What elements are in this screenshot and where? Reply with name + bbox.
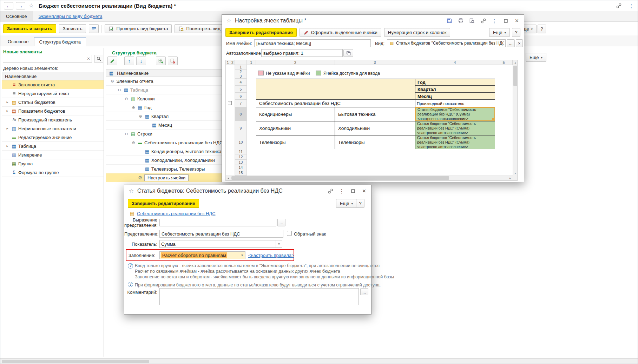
dialog-help-button[interactable]: ? [356, 199, 364, 208]
period-cell[interactable]: Месяц [415, 93, 495, 100]
save-close-button[interactable]: Записать и закрыть [3, 24, 56, 33]
dimension-cell[interactable]: Холодильники [335, 121, 415, 135]
corner-level-box[interactable]: 2 [230, 60, 235, 65]
clear-icon[interactable]: × [85, 56, 92, 61]
check-budget-button[interactable]: Проверить вид бюджета [105, 24, 172, 33]
close-icon[interactable]: × [514, 18, 520, 24]
kind-input[interactable]: ▤ Статья бюджетов "Себестоимость реализа… [387, 39, 506, 47]
search-button[interactable] [94, 55, 103, 62]
dimension-cell[interactable]: Телевизоры [335, 135, 415, 149]
maximize-icon[interactable] [350, 188, 356, 194]
tree-item[interactable]: fxПроизводный показатель [2, 115, 104, 124]
delete-row-button[interactable] [168, 57, 178, 65]
nav-tab-main[interactable]: Основное [0, 11, 33, 22]
tree-item[interactable]: ▸▦Таблица [2, 142, 104, 151]
autofill-rules-button[interactable] [343, 49, 353, 57]
tab-structure[interactable]: Структура бюджета [34, 37, 86, 46]
row-header[interactable]: 3 [235, 74, 247, 79]
format-cells-button[interactable]: Оформить выделенные ячейки [300, 28, 381, 37]
menu-dots-icon[interactable]: ⋮ [492, 18, 497, 24]
star-icon[interactable]: ☆ [226, 18, 232, 24]
corner-level-box[interactable]: 1 [226, 60, 230, 65]
row-header[interactable]: 12 [235, 154, 247, 160]
indicator-cell[interactable]: Производный показатель [415, 100, 495, 107]
column-header[interactable]: 1 [247, 60, 256, 65]
kind-clear-button[interactable]: × [516, 39, 523, 47]
toolbar-help-button[interactable]: ? [538, 25, 546, 33]
name-cell[interactable]: Телевизоры [256, 135, 335, 149]
finish-editing-button[interactable]: Завершить редактирование [225, 28, 297, 37]
tree-item[interactable]: ▸▤Статьи бюджетов [2, 98, 104, 107]
scroll-left-icon[interactable]: ◂ [226, 176, 231, 180]
row-header[interactable]: 6 [235, 93, 247, 100]
configure-cells-box[interactable]: Настроить ячейки [144, 174, 189, 181]
scroll-up-icon[interactable]: ▴ [513, 60, 518, 65]
article-row-cell[interactable]: Себестоимость реализации без НДС [256, 100, 415, 107]
row-header[interactable]: 5 [235, 86, 247, 93]
dropdown-icon[interactable]: ▾ [239, 252, 245, 259]
print-icon[interactable] [458, 18, 463, 24]
row-header[interactable]: 14 [235, 165, 247, 170]
save-button[interactable]: Записать [59, 24, 86, 33]
expression-choose-button[interactable]: ... [277, 219, 285, 226]
article-link[interactable]: Себестоимость реализации без НДС [137, 211, 216, 216]
expression-input[interactable] [159, 219, 276, 226]
autofill-cell[interactable]: Статья бюджетов "Себестоимостьреализации… [415, 121, 495, 135]
tree-item[interactable]: ≡Заголовок отчета [2, 80, 104, 89]
preview-icon[interactable] [469, 18, 475, 24]
column-header[interactable]: 5 [495, 60, 513, 65]
structure-more-button[interactable]: Еще▾ [526, 53, 546, 62]
autofill-input[interactable]: выбрано правил: 1 [261, 49, 343, 57]
row-header[interactable]: 11 [235, 149, 247, 154]
period-cell[interactable]: Квартал [415, 86, 495, 93]
row-header[interactable]: 4 [235, 79, 247, 86]
period-cell[interactable]: Год [415, 79, 495, 86]
numbering-button[interactable]: Нумерация строк и колонок [384, 28, 450, 37]
comment-textarea[interactable] [159, 288, 359, 305]
row-header[interactable]: 8 [235, 107, 247, 121]
save-icon[interactable] [447, 18, 452, 24]
column-header[interactable]: 4 [415, 60, 495, 65]
horizontal-scrollbar[interactable] [0, 358, 638, 364]
configure-rules-link[interactable]: <настроить правила> [248, 253, 294, 258]
period-merged-cell[interactable] [256, 79, 415, 100]
finish-editing-button[interactable]: Завершить редактирование [128, 199, 199, 208]
back-button[interactable]: ← [4, 2, 13, 9]
tree-item[interactable]: ▬Редактируемое значение [2, 133, 104, 142]
column-header[interactable]: 2 [256, 60, 335, 65]
tree-item[interactable]: ▦Группа [2, 159, 104, 168]
star-icon[interactable]: ☆ [28, 2, 35, 9]
add-row-button[interactable] [156, 57, 166, 65]
dialog-help-button[interactable]: ? [512, 28, 520, 37]
tree-item[interactable]: ▸▤Показатели бюджетов [2, 107, 104, 115]
dropdown-icon[interactable]: ▾ [276, 240, 282, 247]
group-expander-icon[interactable]: − [228, 101, 232, 105]
tree-item[interactable]: ≡Нередактируемый текст [2, 89, 104, 98]
row-header[interactable]: 7 [235, 100, 247, 107]
comment-choose-button[interactable]: ... [360, 288, 368, 295]
instances-link[interactable]: Экземпляры по виду бюджета [39, 14, 103, 19]
row-header[interactable]: 15 [235, 170, 247, 176]
move-up-button[interactable]: ↑ [124, 57, 134, 65]
maximize-icon[interactable] [503, 18, 508, 24]
name-cell[interactable]: Кондиционеры [256, 107, 335, 121]
scroll-right-icon[interactable]: ▸ [508, 176, 513, 180]
get-link-icon[interactable] [480, 18, 486, 24]
search-input[interactable] [3, 55, 85, 62]
kind-choose-button[interactable]: ... [507, 39, 515, 47]
row-header[interactable]: 1 [235, 65, 247, 70]
tree-item[interactable]: ▸▥Нефинансовые показатели [2, 124, 104, 133]
close-icon[interactable]: × [361, 188, 367, 194]
menu-dots-icon[interactable]: ⋮ [339, 188, 344, 194]
forward-button[interactable]: → [16, 2, 25, 9]
cell-name-input[interactable]: [Бытовая техника; Месяц] [254, 39, 371, 47]
tab-main[interactable]: Основное [2, 37, 34, 46]
dialog-more-button[interactable]: Еще▾ [336, 199, 357, 208]
get-link-icon[interactable] [328, 188, 333, 194]
tree-item[interactable]: ΣФормула по группе [2, 168, 104, 177]
menu-dots-icon[interactable]: ⋮ [629, 3, 634, 8]
row-header[interactable]: 10 [235, 135, 247, 149]
reverse-sign-checkbox[interactable] [287, 231, 292, 236]
name-cell[interactable]: Холодильники [256, 121, 335, 135]
presentation-input[interactable]: Себестоимость реализации без НДС [159, 230, 283, 238]
